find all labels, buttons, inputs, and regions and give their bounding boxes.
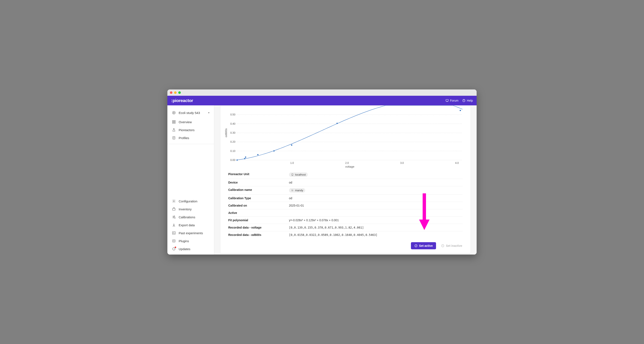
svg-text:0.30: 0.30	[230, 131, 236, 134]
sidebar-item-configuration[interactable]: Configuration	[168, 197, 214, 205]
svg-text:voltage: voltage	[345, 165, 354, 168]
help-link[interactable]: Help	[462, 99, 473, 102]
svg-text:0.40: 0.40	[230, 122, 236, 125]
svg-point-11	[174, 216, 175, 216]
document-icon	[172, 136, 176, 140]
sidebar-item-profiles[interactable]: Profiles	[168, 134, 214, 142]
detail-row-active: Active	[228, 209, 462, 217]
sliders-icon	[172, 215, 176, 219]
svg-point-12	[173, 217, 174, 218]
forum-link[interactable]: Forum	[446, 99, 458, 102]
unit-icon	[291, 173, 294, 176]
main-content: 0.000.100.200.300.400.501.02.03.04.0volt…	[214, 105, 476, 255]
detail-row-rec-voltage: Recorded data - voltage [0,0.139,0.155,0…	[228, 224, 462, 231]
svg-text:2.0: 2.0	[345, 161, 349, 164]
svg-point-36	[245, 156, 246, 158]
window-minimize[interactable]	[174, 91, 176, 94]
svg-point-37	[257, 154, 258, 155]
sidebar-item-label: Profiles	[179, 136, 189, 140]
svg-text:1.0: 1.0	[290, 161, 294, 164]
svg-rect-6	[172, 122, 174, 123]
dashboard-icon	[172, 120, 176, 124]
svg-text:od600s: od600s	[224, 128, 228, 137]
sidebar: Ecoli study 543 ▾ Overview Pioreactors P…	[168, 105, 214, 255]
sidebar-item-label: Plugins	[179, 239, 189, 243]
svg-text:0.50: 0.50	[230, 113, 236, 116]
sidebar-item-label: Inventory	[179, 207, 192, 211]
sidebar-item-label: Export data	[179, 223, 195, 227]
play-icon	[172, 111, 176, 115]
calibration-chart: 0.000.100.200.300.400.501.02.03.04.0volt…	[224, 106, 467, 168]
svg-point-40	[336, 123, 338, 124]
gear-icon	[172, 199, 176, 203]
help-icon	[462, 99, 466, 102]
flask-icon	[172, 128, 176, 132]
sidebar-item-label: Configuration	[179, 200, 197, 203]
detail-row-device: Device od	[228, 179, 462, 186]
check-circle-icon	[414, 244, 418, 247]
svg-rect-0	[446, 99, 448, 101]
detail-row-unit: Pioreactor Unit localhost	[228, 170, 462, 179]
detail-row-fit: Fit polynomial y=-0.028x³ + 0.129x² + 0.…	[228, 217, 462, 224]
plugin-icon	[172, 239, 176, 243]
sidebar-item-past-experiments[interactable]: Past experiments	[168, 229, 214, 237]
action-bar: Set active Set inactive	[224, 242, 467, 249]
detail-row-calib-name: Calibration name mandy	[228, 186, 462, 195]
details-table: Pioreactor Unit localhost Device od Cali…	[228, 170, 462, 238]
svg-text:0.20: 0.20	[230, 140, 236, 143]
set-active-button[interactable]: Set active	[411, 242, 436, 249]
window-close[interactable]	[170, 91, 172, 94]
calib-name-chip[interactable]: mandy	[289, 188, 305, 193]
sidebar-item-export[interactable]: Export data	[168, 221, 214, 229]
svg-point-13	[175, 218, 175, 218]
svg-rect-4	[172, 120, 174, 121]
experiment-name: Ecoli study 543	[179, 111, 200, 115]
titlebar	[168, 89, 476, 96]
experiment-selector[interactable]: Ecoli study 543 ▾	[168, 108, 214, 118]
sidebar-item-label: Overview	[179, 120, 192, 124]
sidebar-item-label: Updates	[179, 247, 190, 251]
svg-point-39	[291, 144, 292, 146]
svg-point-35	[244, 158, 246, 159]
window-maximize[interactable]	[178, 91, 181, 94]
set-inactive-button[interactable]: Set inactive	[440, 242, 464, 249]
detail-row-calib-on: Calibrated on 2025-01-01	[228, 202, 462, 209]
sidebar-item-label: Calibrations	[179, 215, 195, 219]
brand-logo[interactable]: :pioreactor	[171, 98, 193, 103]
svg-point-9	[174, 201, 174, 202]
svg-point-44	[415, 245, 417, 247]
detail-row-rec-od: Recorded data - od600s [0,0.0158,0.0322,…	[228, 231, 462, 238]
svg-point-2	[464, 101, 464, 101]
svg-rect-10	[172, 209, 175, 210]
sidebar-item-overview[interactable]: Overview	[168, 118, 214, 126]
svg-text:0.00: 0.00	[230, 158, 236, 161]
detail-row-calib-type: Calibration Type od	[228, 195, 462, 202]
unit-chip[interactable]: localhost	[289, 173, 308, 177]
svg-point-43	[292, 175, 293, 175]
download-icon	[172, 223, 176, 227]
svg-text:0.10: 0.10	[230, 149, 236, 152]
forum-icon	[446, 99, 449, 102]
refresh-icon	[172, 247, 176, 251]
sidebar-item-plugins[interactable]: Plugins	[168, 237, 214, 245]
minus-circle-icon	[441, 244, 444, 247]
sidebar-item-updates[interactable]: Updates	[168, 245, 214, 253]
inventory-icon	[172, 207, 176, 211]
update-badge	[175, 247, 176, 248]
sidebar-item-calibrations[interactable]: Calibrations	[168, 213, 214, 221]
chart-icon	[172, 231, 176, 235]
sliders-icon	[291, 189, 294, 192]
svg-point-3	[172, 111, 175, 114]
topbar: :pioreactor Forum Help	[168, 96, 476, 105]
svg-rect-7	[174, 122, 175, 123]
sidebar-item-inventory[interactable]: Inventory	[168, 205, 214, 213]
svg-point-34	[236, 159, 238, 161]
calibration-card: 0.000.100.200.300.400.501.02.03.04.0volt…	[220, 105, 471, 253]
svg-point-41	[460, 110, 461, 111]
svg-text:4.0: 4.0	[455, 161, 459, 164]
svg-text:3.0: 3.0	[400, 161, 404, 164]
sidebar-item-pioreactors[interactable]: Pioreactors	[168, 126, 214, 134]
sidebar-item-label: Pioreactors	[179, 128, 194, 132]
svg-rect-5	[174, 120, 175, 121]
sidebar-item-label: Past experiments	[179, 231, 203, 235]
